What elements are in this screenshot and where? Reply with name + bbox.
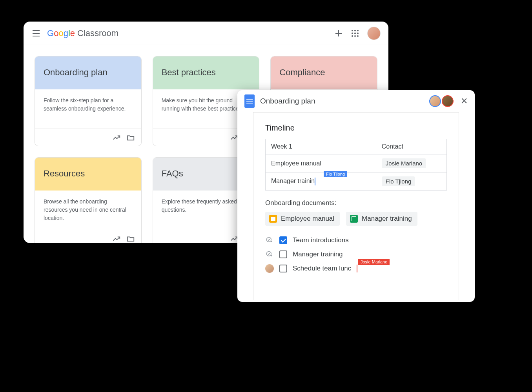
slides-icon bbox=[269, 215, 277, 223]
section-heading: Timeline bbox=[265, 123, 447, 132]
sheets-icon bbox=[350, 215, 358, 223]
checklist-label: Manager training bbox=[293, 250, 343, 258]
collab-cursor bbox=[315, 178, 315, 185]
card-title: Resources bbox=[35, 158, 141, 191]
analytics-icon[interactable] bbox=[112, 234, 121, 243]
doc-content: Timeline Week 1 Contact Employee manual … bbox=[237, 112, 475, 300]
card-description: Browse all the onboarding resources you … bbox=[35, 191, 141, 230]
user-avatar[interactable] bbox=[367, 27, 381, 40]
checklist-item[interactable]: Manager training bbox=[265, 250, 447, 259]
close-icon[interactable]: ✕ bbox=[461, 96, 468, 106]
card-footer bbox=[35, 230, 141, 243]
collaborator-avatar[interactable] bbox=[429, 95, 441, 107]
apps-icon[interactable] bbox=[351, 29, 359, 38]
create-icon[interactable] bbox=[334, 29, 343, 38]
docs-icon bbox=[244, 94, 255, 108]
add-check-icon[interactable] bbox=[265, 250, 274, 259]
table-header-cell: Contact bbox=[376, 139, 446, 154]
collab-cursor bbox=[357, 265, 357, 272]
docs-window: Onboarding plan ✕ Timeline Week 1 Contac… bbox=[237, 90, 475, 302]
checkbox[interactable] bbox=[279, 236, 287, 244]
checklist-label: Team introductions bbox=[293, 236, 349, 244]
add-check-icon[interactable] bbox=[265, 236, 274, 245]
checklist-item[interactable]: Schedule team lunc Josie Mariano bbox=[265, 264, 447, 273]
google-logo: Google bbox=[47, 28, 75, 38]
class-card[interactable]: Resources Browse all the onboarding reso… bbox=[35, 157, 142, 243]
analytics-icon[interactable] bbox=[112, 133, 121, 142]
checklist-item[interactable]: Team introductions bbox=[265, 236, 447, 245]
collaborator-avatar[interactable] bbox=[442, 95, 454, 107]
assignee-avatar bbox=[265, 264, 274, 273]
doc-chips-row: Employee manual Manager training bbox=[265, 212, 447, 226]
card-title: Compliance bbox=[271, 56, 377, 89]
collab-cursor-tag: Flo Tjiong bbox=[324, 171, 347, 177]
doc-title[interactable]: Onboarding plan bbox=[260, 97, 315, 105]
checkbox[interactable] bbox=[279, 250, 287, 258]
product-name: Classroom bbox=[77, 28, 118, 38]
collab-cursor-tag: Josie Mariano bbox=[358, 259, 390, 265]
checklist-label: Schedule team lunc bbox=[293, 265, 351, 272]
checklist: Team introductions Manager training Sche… bbox=[265, 236, 447, 273]
card-title: Onboarding plan bbox=[35, 56, 141, 89]
table-cell: Flo Tjiong bbox=[376, 172, 446, 191]
doc-link-chip[interactable]: Manager training bbox=[346, 212, 417, 226]
class-card[interactable]: Onboarding plan Follow the six-step plan… bbox=[35, 56, 142, 146]
checkbox[interactable] bbox=[279, 265, 287, 272]
docs-header-right: ✕ bbox=[429, 95, 468, 107]
card-footer bbox=[35, 129, 141, 146]
table-cell: Employee manual bbox=[266, 154, 376, 172]
brand: Google Classroom bbox=[47, 28, 118, 38]
folder-icon[interactable] bbox=[126, 133, 135, 142]
table-cell: Manager trainin Flo Tjiong bbox=[266, 172, 376, 191]
doc-page[interactable]: Timeline Week 1 Contact Employee manual … bbox=[253, 112, 459, 300]
contact-chip[interactable]: Josie Mariano bbox=[382, 158, 426, 168]
contact-chip[interactable]: Flo Tjiong bbox=[382, 176, 415, 186]
timeline-table[interactable]: Week 1 Contact Employee manual Josie Mar… bbox=[265, 139, 447, 191]
folder-icon[interactable] bbox=[126, 234, 135, 243]
app-header: Google Classroom bbox=[24, 22, 388, 45]
section-label: Onboarding documents: bbox=[265, 199, 447, 207]
header-actions bbox=[334, 27, 381, 40]
menu-icon[interactable] bbox=[31, 29, 41, 38]
card-title: Best practices bbox=[153, 56, 259, 89]
doc-link-chip[interactable]: Employee manual bbox=[265, 212, 340, 226]
table-cell: Josie Mariano bbox=[376, 154, 446, 172]
docs-header: Onboarding plan ✕ bbox=[237, 90, 475, 112]
card-description: Follow the six-step plan for a seamless … bbox=[35, 89, 141, 129]
table-header-cell: Week 1 bbox=[266, 139, 376, 154]
